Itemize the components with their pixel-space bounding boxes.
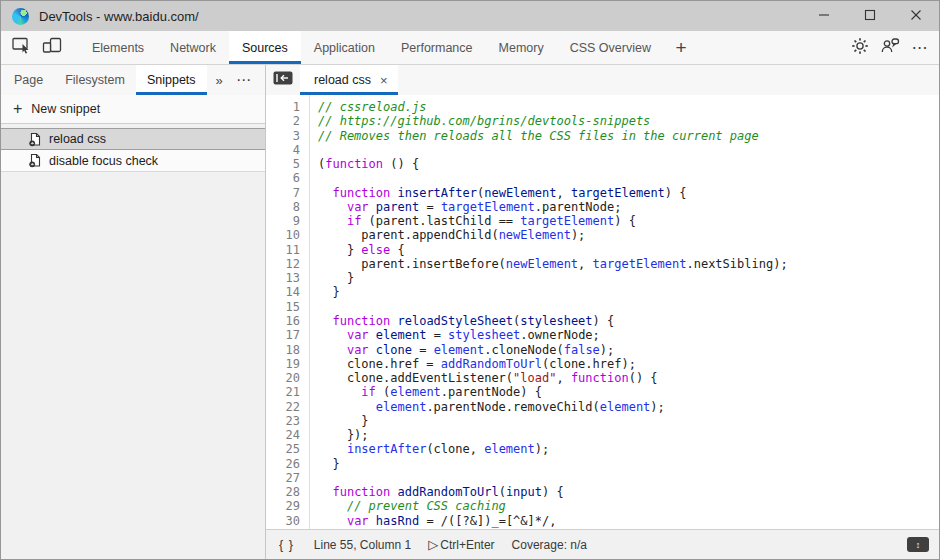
line-number[interactable]: 12 (266, 257, 300, 271)
code-line[interactable]: }); (318, 428, 939, 442)
toggle-drawer-button[interactable]: ↕ (907, 537, 929, 552)
code-line[interactable]: var clone = element.cloneNode(false); (318, 343, 939, 357)
code-line[interactable]: var hasRnd = /([?&])_=[^&]*/, (318, 514, 939, 528)
tab-performance[interactable]: Performance (388, 31, 486, 64)
code-line[interactable] (318, 300, 939, 314)
new-snippet-button[interactable]: + New snippet (1, 95, 265, 124)
navigator-menu-button[interactable]: ⋯ (236, 65, 251, 95)
line-number[interactable]: 15 (266, 300, 300, 314)
code-line[interactable]: var element = stylesheet.ownerNode; (318, 328, 939, 342)
editor-tab-strip: reload css × (266, 65, 939, 95)
code-line[interactable]: } else { (318, 243, 939, 257)
new-snippet-label: New snippet (31, 102, 100, 116)
navigator-tabs: PageFilesystemSnippets » ⋯ (1, 65, 265, 95)
line-number[interactable]: 19 (266, 357, 300, 371)
inspect-element-button[interactable] (7, 31, 37, 64)
line-number[interactable]: 14 (266, 285, 300, 299)
code-line[interactable]: // prevent CSS caching (318, 499, 939, 513)
line-number[interactable]: 13 (266, 271, 300, 285)
line-number[interactable]: 1 (266, 100, 300, 114)
line-number[interactable]: 2 (266, 114, 300, 128)
more-tools-button[interactable]: + (664, 31, 698, 64)
snippet-item-disable-focus-check[interactable]: disable focus check (1, 150, 265, 172)
code-line[interactable]: parent.insertBefore(newElement, targetEl… (318, 257, 939, 271)
code-line[interactable] (318, 171, 939, 185)
code-line[interactable]: parent.appendChild(newElement); (318, 228, 939, 242)
line-number[interactable]: 8 (266, 200, 300, 214)
line-number[interactable]: 22 (266, 400, 300, 414)
tab-memory[interactable]: Memory (486, 31, 557, 64)
coverage-status: Coverage: n/a (512, 538, 587, 552)
line-number[interactable]: 24 (266, 428, 300, 442)
editor-tab-close-icon[interactable]: × (380, 74, 388, 87)
editor-pane: reload css × 123456789101112131415161718… (266, 65, 939, 559)
code-line[interactable]: // https://github.com/bgrins/devtools-sn… (318, 114, 939, 128)
code-line[interactable] (318, 143, 939, 157)
code-line[interactable]: if (element.parentNode) { (318, 385, 939, 399)
code-line[interactable]: clone.href = addRandomToUrl(clone.href); (318, 357, 939, 371)
line-number[interactable]: 28 (266, 485, 300, 499)
line-number[interactable]: 21 (266, 385, 300, 399)
code-content[interactable]: // cssreload.js// https://github.com/bgr… (310, 95, 939, 529)
line-number[interactable]: 26 (266, 457, 300, 471)
line-number[interactable]: 11 (266, 243, 300, 257)
line-number[interactable]: 17 (266, 328, 300, 342)
sidebar-tab-snippets[interactable]: Snippets (136, 65, 207, 95)
line-number[interactable]: 6 (266, 171, 300, 185)
line-number[interactable]: 29 (266, 499, 300, 513)
code-line[interactable]: } (318, 271, 939, 285)
line-number[interactable]: 20 (266, 371, 300, 385)
maximize-button[interactable] (847, 1, 893, 31)
code-line[interactable]: // cssreload.js (318, 100, 939, 114)
device-emulation-button[interactable] (37, 31, 67, 64)
tab-css-overview[interactable]: CSS Overview (557, 31, 664, 64)
snippet-item-reload-css[interactable]: reload css (1, 128, 265, 150)
line-number[interactable]: 9 (266, 214, 300, 228)
line-number[interactable]: 25 (266, 442, 300, 456)
code-line[interactable]: function addRandomToUrl(input) { (318, 485, 939, 499)
tab-application[interactable]: Application (301, 31, 388, 64)
line-number[interactable]: 7 (266, 186, 300, 200)
feedback-button[interactable] (875, 37, 905, 58)
code-line[interactable]: var parent = targetElement.parentNode; (318, 200, 939, 214)
gear-icon (851, 37, 869, 59)
code-line[interactable]: // Removes then reloads all the CSS file… (318, 129, 939, 143)
code-line[interactable]: insertAfter(clone, element); (318, 442, 939, 456)
line-number[interactable]: 10 (266, 228, 300, 242)
code-editor[interactable]: 1234567891011121314151617181920212223242… (266, 95, 939, 529)
code-line[interactable] (318, 471, 939, 485)
sidebar-tab-filesystem[interactable]: Filesystem (54, 65, 136, 95)
line-number[interactable]: 18 (266, 343, 300, 357)
code-line[interactable]: (function () { (318, 157, 939, 171)
line-number[interactable]: 27 (266, 471, 300, 485)
settings-button[interactable] (845, 37, 875, 59)
tab-sources[interactable]: Sources (229, 31, 301, 64)
line-number-gutter[interactable]: 1234567891011121314151617181920212223242… (266, 95, 310, 529)
hide-navigator-button[interactable] (266, 65, 300, 95)
code-line[interactable]: } (318, 457, 939, 471)
line-number[interactable]: 3 (266, 129, 300, 143)
code-line[interactable]: clone.addEventListener("load", function(… (318, 371, 939, 385)
code-line[interactable]: } (318, 285, 939, 299)
editor-tab-reload-css[interactable]: reload css × (300, 65, 398, 95)
line-number[interactable]: 5 (266, 157, 300, 171)
line-number[interactable]: 4 (266, 143, 300, 157)
code-line[interactable]: function insertAfter(newElement, targetE… (318, 186, 939, 200)
tab-elements[interactable]: Elements (79, 31, 157, 64)
pretty-print-button[interactable]: { } (276, 538, 297, 552)
code-line[interactable]: } (318, 414, 939, 428)
minimize-button[interactable] (801, 1, 847, 31)
tab-network[interactable]: Network (157, 31, 229, 64)
line-number[interactable]: 23 (266, 414, 300, 428)
more-options-icon: ⋯ (912, 38, 929, 57)
close-button[interactable] (893, 1, 939, 31)
line-number[interactable]: 30 (266, 514, 300, 528)
code-line[interactable]: element.parentNode.removeChild(element); (318, 400, 939, 414)
code-line[interactable]: function reloadStyleSheet(stylesheet) { (318, 314, 939, 328)
tab-overflow-button[interactable]: » (207, 65, 232, 95)
sidebar-tab-page[interactable]: Page (3, 65, 54, 95)
more-options-button[interactable]: ⋯ (905, 38, 935, 57)
line-number[interactable]: 16 (266, 314, 300, 328)
maximize-icon (864, 7, 876, 25)
code-line[interactable]: if (parent.lastChild == targetElement) { (318, 214, 939, 228)
